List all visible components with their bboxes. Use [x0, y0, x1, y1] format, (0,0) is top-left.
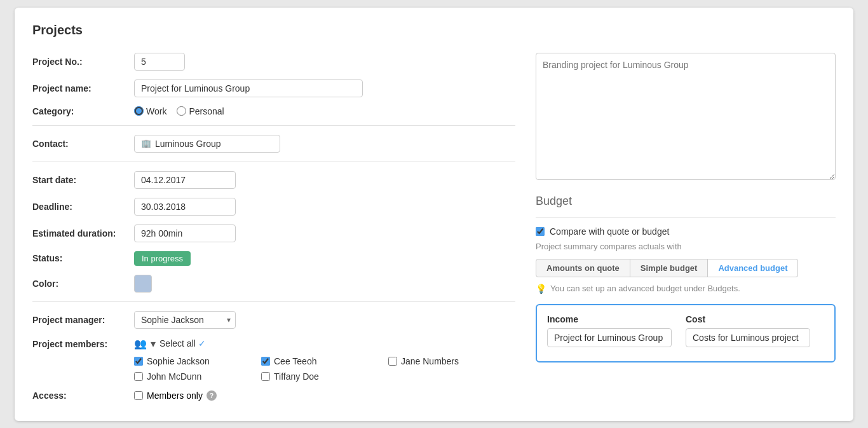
- advanced-hint: 💡 You can set up an advanced budget unde…: [536, 284, 836, 294]
- member-tiffany-checkbox[interactable]: [261, 372, 270, 381]
- category-radio-group: Work Personal: [134, 106, 224, 116]
- estimated-duration-row: Estimated duration:: [32, 224, 515, 242]
- start-date-row: Start date:: [32, 171, 515, 189]
- summary-text: Project summary compares actuals with: [536, 242, 836, 251]
- deadline-input[interactable]: [134, 198, 236, 216]
- member-jane-name: Jane Numbers: [401, 356, 459, 366]
- contact-value: Luminous Group: [155, 139, 221, 149]
- contact-building-icon: 🏢: [141, 139, 151, 148]
- deadline-label: Deadline:: [32, 202, 134, 212]
- member-john-name: John McDunn: [147, 371, 201, 382]
- member-sophie-name: Sophie Jackson: [147, 356, 210, 366]
- budget-divider: [536, 217, 836, 217]
- access-row: Access: Members only ?: [32, 390, 515, 401]
- page-title: Projects: [32, 23, 836, 38]
- member-item: Jane Numbers: [388, 356, 515, 366]
- main-layout: Project No.: Project name: Category: Wor…: [32, 53, 836, 401]
- project-name-label: Project name:: [32, 83, 134, 93]
- contact-label: Contact:: [32, 139, 134, 149]
- project-manager-select[interactable]: Sophie Jackson: [134, 311, 236, 329]
- contact-row: Contact: 🏢 Luminous Group: [32, 135, 515, 153]
- member-sophie-checkbox[interactable]: [134, 357, 143, 366]
- tab-advanced-budget[interactable]: Advanced budget: [708, 259, 798, 277]
- estimated-duration-input[interactable]: [134, 224, 236, 242]
- income-input[interactable]: [547, 328, 672, 347]
- category-row: Category: Work Personal: [32, 106, 515, 116]
- compare-row: Compare with quote or budget: [536, 226, 836, 237]
- page-container: Projects Project No.: Project name: Cate…: [15, 8, 853, 421]
- members-icon[interactable]: 👥: [134, 338, 147, 350]
- project-name-input[interactable]: [134, 79, 363, 97]
- cost-col: Cost: [686, 314, 824, 347]
- category-work-label[interactable]: Work: [134, 106, 166, 116]
- separator-2: [32, 162, 515, 162]
- help-icon[interactable]: ?: [207, 390, 217, 401]
- contact-input[interactable]: 🏢 Luminous Group: [134, 135, 280, 153]
- compare-label: Compare with quote or budget: [550, 226, 669, 237]
- member-item: Cee Teeoh: [261, 356, 388, 366]
- deadline-row: Deadline:: [32, 198, 515, 216]
- member-cee-checkbox[interactable]: [261, 357, 270, 366]
- select-all-checkmark: ✓: [198, 338, 206, 349]
- start-date-input[interactable]: [134, 171, 236, 189]
- member-cee-name: Cee Teeoh: [274, 356, 316, 366]
- tab-amounts-on-quote[interactable]: Amounts on quote: [536, 259, 630, 277]
- color-row: Color:: [32, 275, 515, 293]
- income-col: Income: [547, 314, 686, 347]
- budget-fields-box: Income Cost: [536, 304, 836, 362]
- select-all-text: Select all: [159, 338, 196, 349]
- description-textarea[interactable]: [536, 53, 836, 180]
- budget-title: Budget: [536, 195, 836, 208]
- budget-section: Budget Compare with quote or budget Proj…: [536, 195, 836, 362]
- cost-label: Cost: [686, 314, 824, 324]
- income-label: Income: [547, 314, 686, 324]
- access-members-only-text: Members only: [147, 390, 203, 401]
- category-personal-radio[interactable]: [177, 106, 186, 116]
- compare-checkbox[interactable]: [536, 227, 545, 236]
- category-personal-label[interactable]: Personal: [177, 106, 224, 116]
- start-date-label: Start date:: [32, 175, 134, 185]
- advanced-hint-text: You can set up an advanced budget under …: [550, 284, 740, 293]
- project-members-label: Project members:: [32, 338, 134, 349]
- left-panel: Project No.: Project name: Category: Wor…: [32, 53, 515, 401]
- member-item: Tiffany Doe: [261, 371, 388, 382]
- project-no-input[interactable]: [134, 53, 185, 71]
- project-manager-row: Project manager: Sophie Jackson: [32, 311, 515, 329]
- separator-3: [32, 301, 515, 302]
- project-name-row: Project name:: [32, 79, 515, 97]
- member-item: Sophie Jackson: [134, 356, 261, 366]
- separator-1: [32, 125, 515, 126]
- project-no-label: Project No.:: [32, 57, 134, 67]
- right-panel: Budget Compare with quote or budget Proj…: [536, 53, 836, 401]
- access-content: Members only ?: [134, 390, 217, 401]
- members-content: 👥 ▾ Select all ✓ Sophie Jackson: [134, 338, 515, 382]
- status-badge[interactable]: In progress: [134, 251, 191, 266]
- lightbulb-icon: 💡: [536, 284, 546, 294]
- project-manager-label: Project manager:: [32, 315, 134, 325]
- cost-input[interactable]: [686, 328, 810, 347]
- project-no-row: Project No.:: [32, 53, 515, 71]
- members-chevron-icon[interactable]: ▾: [151, 338, 156, 350]
- access-label: Access:: [32, 390, 134, 401]
- member-john-checkbox[interactable]: [134, 372, 143, 381]
- members-label-row: Project members: 👥 ▾ Select all ✓: [32, 338, 515, 382]
- member-jane-checkbox[interactable]: [388, 357, 397, 366]
- members-grid: Sophie Jackson Cee Teeoh Jane Numbers: [134, 356, 515, 382]
- select-all-label[interactable]: Select all ✓: [159, 338, 206, 349]
- category-work-radio[interactable]: [134, 106, 144, 116]
- members-header: 👥 ▾ Select all ✓: [134, 338, 515, 350]
- project-members-section: Project members: 👥 ▾ Select all ✓: [32, 338, 515, 382]
- access-members-only-checkbox[interactable]: [134, 391, 143, 400]
- manager-select-wrapper: Sophie Jackson: [134, 311, 236, 329]
- category-label: Category:: [32, 106, 134, 116]
- estimated-duration-label: Estimated duration:: [32, 228, 134, 238]
- category-personal-text: Personal: [189, 106, 224, 116]
- tab-simple-budget[interactable]: Simple budget: [630, 259, 709, 277]
- member-item: John McDunn: [134, 371, 261, 382]
- category-work-text: Work: [146, 106, 166, 116]
- color-swatch[interactable]: [134, 275, 152, 293]
- color-label: Color:: [32, 279, 134, 289]
- status-label: Status:: [32, 253, 134, 263]
- budget-fields-header: Income Cost: [547, 314, 824, 347]
- status-row: Status: In progress: [32, 251, 515, 266]
